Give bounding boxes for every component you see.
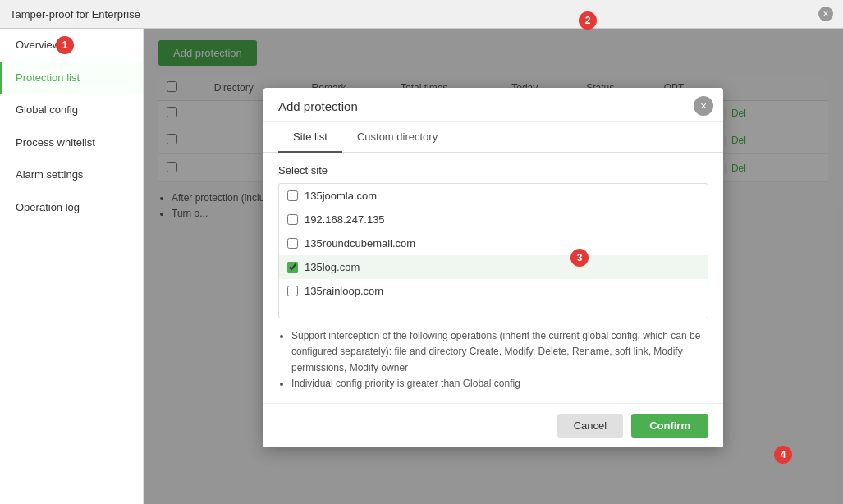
sidebar-item-process-whitelist[interactable]: Process whitelist — [0, 126, 143, 159]
site-item-135roundcubemail[interactable]: 135roundcubemail.com — [279, 231, 708, 255]
site-label-135log: 135log.com — [305, 261, 360, 273]
dialog-header: Add protection × — [263, 88, 723, 122]
title-bar-close[interactable]: × — [818, 7, 833, 21]
site-item-135joomla[interactable]: 135joomla.com — [279, 184, 708, 208]
app-title: Tamper-proof for Enterprise — [10, 8, 140, 21]
select-site-label: Select site — [278, 164, 708, 176]
tab-site-list[interactable]: Site list — [278, 122, 342, 153]
sidebar-item-operation-log[interactable]: Operation log — [0, 191, 143, 224]
site-checkbox-135joomla[interactable] — [287, 190, 298, 201]
sidebar-item-alarm-settings[interactable]: Alarm settings — [0, 158, 143, 191]
dialog-close-button[interactable]: × — [694, 96, 713, 116]
site-label-135joomla: 135joomla.com — [305, 190, 377, 202]
confirm-button[interactable]: Confirm — [631, 414, 708, 438]
site-checkbox-135log[interactable] — [287, 262, 298, 273]
annotation-4: 4 — [774, 446, 792, 464]
dialog-overlay: Add protection × Site list Custom direct… — [144, 29, 843, 504]
tab-custom-directory[interactable]: Custom directory — [342, 122, 452, 153]
info-line-1: Support interception of the following op… — [291, 328, 708, 376]
site-item-192168247135[interactable]: 192.168.247.135 — [279, 208, 708, 231]
dialog-footer: Cancel Confirm — [263, 403, 723, 447]
app-body: Overview Protection list Global config P… — [0, 29, 843, 504]
dialog-tabs: Site list Custom directory — [263, 122, 723, 153]
cancel-button[interactable]: Cancel — [557, 414, 623, 438]
site-checkbox-135rainloop[interactable] — [287, 286, 298, 296]
site-checkbox-192168247135[interactable] — [287, 214, 298, 225]
main-content: Add protection Directory Remark Total ti… — [144, 29, 843, 504]
dialog-title: Add protection — [278, 99, 358, 113]
site-list-box[interactable]: 135joomla.com 192.168.247.135 135roundcu… — [278, 183, 708, 318]
site-label-135rainloop: 135rainloop.com — [305, 285, 383, 297]
dialog-body: Select site 135joomla.com 192.168.247.13… — [263, 153, 723, 403]
sidebar-item-protection-list[interactable]: Protection list — [0, 62, 143, 94]
site-item-135rainloop[interactable]: 135rainloop.com — [279, 279, 708, 303]
sidebar: Overview Protection list Global config P… — [0, 29, 144, 504]
annotation-3: 3 — [570, 249, 589, 267]
dialog-info: Support interception of the following op… — [278, 328, 708, 392]
annotation-2: 2 — [579, 11, 597, 30]
site-item-135log[interactable]: 135log.com — [279, 255, 708, 279]
site-checkbox-135roundcubemail[interactable] — [287, 238, 298, 249]
annotation-1: 1 — [56, 36, 74, 54]
info-line-2: Individual config priority is greater th… — [291, 376, 708, 392]
site-label-135roundcubemail: 135roundcubemail.com — [305, 237, 415, 250]
sidebar-item-global-config[interactable]: Global config — [0, 94, 143, 126]
add-protection-dialog: Add protection × Site list Custom direct… — [263, 88, 723, 447]
title-bar: Tamper-proof for Enterprise × — [0, 0, 843, 29]
site-label-192168247135: 192.168.247.135 — [305, 213, 385, 226]
